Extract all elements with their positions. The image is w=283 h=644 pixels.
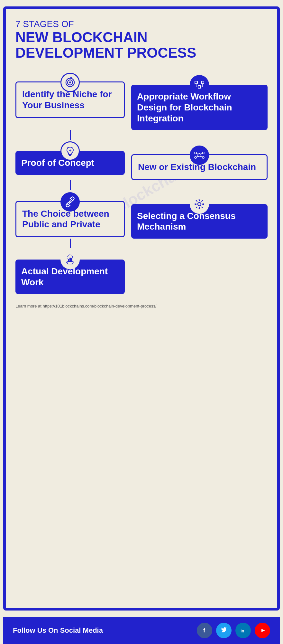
- svg-text:f: f: [203, 627, 205, 634]
- stage-2-box: Appropriate Workflow Design for Blockcha…: [131, 85, 268, 130]
- svg-rect-36: [71, 258, 72, 261]
- svg-point-2: [69, 81, 71, 83]
- header: 7 STAGES OF NEW BLOCKCHAINDEVELOPMENT PR…: [15, 19, 268, 61]
- chain-icon: [60, 192, 80, 212]
- svg-line-26: [196, 153, 198, 154]
- svg-point-21: [198, 154, 201, 157]
- stage-1-section: Identify the Niche for Your Business: [15, 70, 268, 140]
- svg-rect-6: [195, 81, 197, 84]
- svg-rect-7: [201, 81, 204, 84]
- footer: Follow Us On Social Media f in: [3, 617, 280, 644]
- stage-4-box: New or Existing Blockchain: [131, 154, 268, 180]
- source-text: Learn more at https://101blockchains.com…: [15, 304, 268, 308]
- stage-3-section: Proof of Concept: [15, 140, 268, 190]
- facebook-icon[interactable]: f: [197, 623, 212, 638]
- stage-6-label: Selecting a Consensus Mechanism: [137, 211, 262, 232]
- stage-5-label: The Choice between Public and Private: [22, 208, 118, 230]
- youtube-icon[interactable]: [255, 623, 270, 638]
- target-icon: [60, 73, 80, 92]
- workflow-icon: [190, 75, 209, 94]
- stage-5-section: The Choice between Public and Private: [15, 190, 268, 248]
- svg-rect-35: [69, 258, 71, 261]
- linkedin-icon[interactable]: in: [235, 623, 251, 638]
- stage-3-box: Proof of Concept: [15, 151, 125, 175]
- header-subtitle: 7 STAGES OF: [15, 19, 268, 30]
- header-title: NEW BLOCKCHAINDEVELOPMENT PROCESS: [15, 30, 268, 61]
- svg-point-31: [70, 198, 74, 202]
- stage-7-label: Actual Development Work: [21, 266, 119, 288]
- lightbulb-icon: [60, 141, 80, 161]
- chart-hands-icon: [60, 250, 80, 269]
- footer-text: Follow Us On Social Media: [13, 626, 103, 635]
- twitter-icon[interactable]: [216, 623, 232, 638]
- svg-line-28: [196, 156, 198, 157]
- svg-text:in: in: [241, 629, 244, 633]
- svg-line-27: [201, 153, 202, 154]
- svg-rect-8: [198, 86, 201, 88]
- network-icon: [190, 146, 209, 165]
- stage-1-label: Identify the Niche for Your Business: [22, 89, 118, 110]
- stage-7-section: Actual Development Work: [15, 248, 268, 294]
- gear-icon: [190, 194, 209, 214]
- stage-1-box: Identify the Niche for Your Business: [15, 81, 125, 118]
- stage-5-box: The Choice between Public and Private: [15, 201, 125, 237]
- flow-container: 101 Blockchains: [15, 70, 268, 318]
- stage-6-box: Selecting a Consensus Mechanism: [131, 204, 268, 239]
- svg-point-22: [195, 152, 196, 154]
- svg-point-25: [202, 156, 204, 158]
- svg-point-33: [198, 203, 201, 206]
- stage-2-label: Appropriate Workflow Design for Blockcha…: [137, 91, 262, 124]
- svg-line-29: [201, 156, 202, 157]
- svg-point-24: [195, 156, 196, 158]
- svg-point-23: [202, 152, 204, 154]
- stage-7-box: Actual Development Work: [15, 260, 125, 294]
- social-icons: f in: [197, 623, 270, 638]
